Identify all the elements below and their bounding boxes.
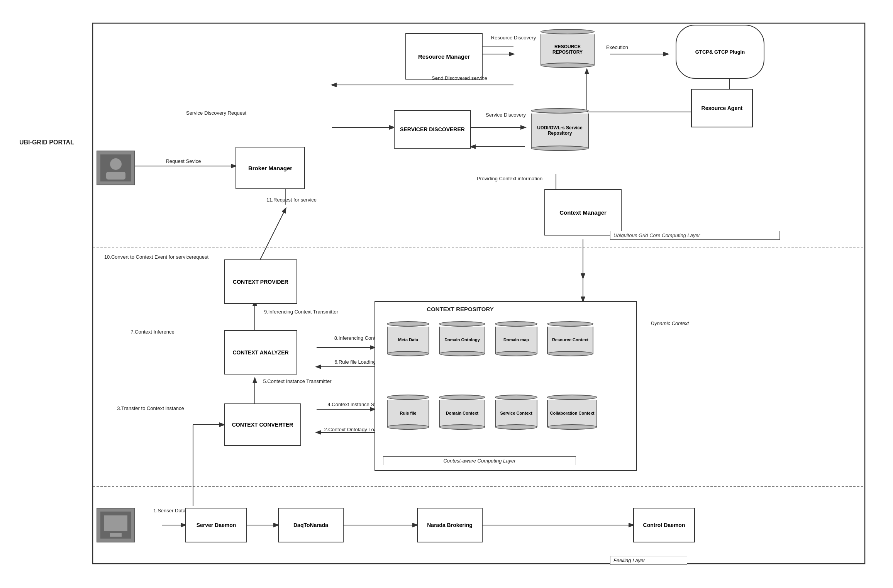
resource-manager-label: Resource Manager [418, 53, 470, 60]
resource-agent-label: Resource Agent [702, 105, 743, 111]
convert-context-10-label: 10.Convert to Context Event for servicer… [97, 254, 216, 260]
collaboration-context-label: Collaboration Context [550, 411, 595, 415]
resource-manager-box: Resource Manager [405, 33, 483, 80]
context-analyzer-label: CONTEXT ANALYZER [232, 349, 288, 356]
svg-rect-34 [106, 172, 125, 180]
service-context-cylinder: Service Context [495, 395, 537, 430]
context-repository-box: CONTEXT REPOSITORY Meta Data Domain Onto… [374, 301, 637, 471]
resource-repository-cylinder: RESOURCE REPOSITORY [541, 29, 595, 68]
request-service-11-label: 11.Request for service [237, 197, 346, 203]
send-discovered-label: Send Discovered service [398, 75, 521, 81]
meta-data-cylinder: Meta Data [387, 321, 429, 356]
execution-label: Execution [606, 44, 628, 50]
domain-map-label: Domain map [503, 337, 529, 342]
collaboration-context-cylinder: Collaboration Context [547, 395, 597, 430]
domain-map-cylinder: Domain map [495, 321, 537, 356]
server-daemon-label: Server Daemon [197, 522, 236, 528]
meta-data-label: Meta Data [398, 337, 418, 342]
context-inference-7-label: 7.Context Inference [97, 329, 208, 335]
domain-ontology-label: Domain Ontology [444, 337, 480, 342]
transfer-context-3-label: 3.Transfer to Context instance [97, 405, 205, 411]
servicer-discoverer-label: SERVICER DISCOVERER [400, 126, 465, 132]
context-analyzer-box: CONTEXT ANALYZER [224, 330, 297, 374]
service-discovery-request-label: Service Discovery Request [174, 110, 259, 116]
context-converter-label: CONTEXT CONVERTER [232, 422, 293, 428]
server-daemon-box: Server Daemon [185, 508, 247, 542]
context-instance-transmitter-5-label: 5.Context Instance Transmitter [224, 378, 371, 384]
rule-file-label: Rule file [400, 411, 417, 415]
service-discovery-label: Service Discovery [479, 112, 533, 118]
service-context-label: Service Context [500, 411, 532, 415]
svg-rect-37 [110, 533, 122, 537]
dynamic-context-label: Dynamic Context [647, 320, 693, 326]
svg-point-33 [110, 158, 122, 170]
ubiquitous-grid-layer-label: Ubiquitous Grid Core Computing Layer [610, 231, 780, 240]
sensor-device-image [97, 508, 135, 542]
resource-discovery-label: Resource Discovery [486, 35, 541, 41]
uddi-owl-cylinder: UDDI/OWL-s Service Repository [531, 108, 589, 151]
servicer-discoverer-box: SERVICER DISCOVERER [394, 110, 471, 149]
resource-context-cylinder: Resource Context [547, 321, 593, 356]
gtcp-label: GTCP& GTCP Plugin [695, 49, 745, 55]
diagram-container: UBI-GRID PORTAL Resource Manager Resourc… [8, 8, 884, 579]
resource-repository-label: RESOURCE REPOSITORY [541, 44, 594, 55]
context-manager-label: Context Manager [559, 209, 607, 216]
control-daemon-label: Control Daemon [643, 522, 685, 528]
svg-rect-36 [104, 515, 127, 531]
control-daemon-box: Control Daemon [633, 508, 695, 542]
narada-brokering-label: Narada Brokering [427, 522, 472, 528]
request-service-label: Request Sevice [139, 158, 228, 164]
context-provider-box: CONTEXT PROVIDER [224, 259, 297, 304]
daq-to-narada-box: DaqToNarada [278, 508, 344, 542]
context-converter-box: CONTEXT CONVERTER [224, 403, 301, 446]
providing-context-label: Providing Context information [432, 176, 587, 181]
portal-user-image [97, 151, 135, 185]
rule-file-cylinder: Rule file [387, 395, 429, 430]
context-provider-label: CONTEXT PROVIDER [233, 279, 288, 285]
context-repository-label: CONTEXT REPOSITORY [383, 306, 537, 312]
domain-context-label: Domain Context [446, 411, 478, 415]
feelling-layer-label: Feelling Layer [610, 556, 687, 565]
domain-context-cylinder: Domain Context [439, 395, 485, 430]
domain-ontology-cylinder: Domain Ontology [439, 321, 485, 356]
inferencing-transmitter-9-label: 9.Inferencing Context Transmitter [224, 309, 378, 315]
broker-manager-label: Broker Manager [248, 165, 292, 171]
resource-context-label: Resource Context [552, 337, 588, 342]
context-manager-box: Context Manager [544, 189, 622, 236]
contest-aware-label: Contest-aware Computing Layer [383, 456, 576, 465]
broker-manager-box: Broker Manager [236, 147, 305, 189]
narada-brokering-box: Narada Brokering [417, 508, 483, 542]
daq-to-narada-label: DaqToNarada [293, 522, 328, 528]
resource-agent-box: Resource Agent [691, 89, 753, 127]
gtcp-box: GTCP& GTCP Plugin [676, 25, 764, 79]
portal-label: UBI-GRID PORTAL [19, 139, 74, 146]
uddi-owl-label: UDDI/OWL-s Service Repository [532, 125, 588, 136]
